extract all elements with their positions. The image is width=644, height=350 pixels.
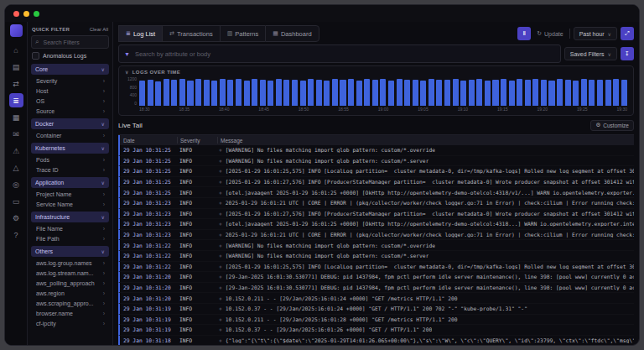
expand-icon[interactable]: + xyxy=(219,285,222,290)
view-tab[interactable]: ▥ Patterns xyxy=(220,25,266,42)
dashboards-icon[interactable]: ▦ xyxy=(9,110,23,124)
log-row[interactable]: 29 Jan 10:31:23 INFO + [otel.javaagent 2… xyxy=(118,219,634,230)
expand-icon[interactable]: + xyxy=(219,274,222,279)
filter-item[interactable]: aws.log.group.names › xyxy=(31,258,109,268)
alerts-icon[interactable]: ⚠ xyxy=(9,144,23,158)
filter-section-header[interactable]: Docker ∨ xyxy=(31,118,109,129)
filter-item[interactable]: aws.log.stream.nam... › xyxy=(31,268,109,278)
expand-icon[interactable]: + xyxy=(219,337,222,343)
exceptions-icon[interactable]: △ xyxy=(9,160,23,175)
log-row[interactable]: 29 Jan 10:31:25 INFO + [2025-01-29 16:01… xyxy=(118,177,634,188)
billing-icon[interactable]: ▭ xyxy=(9,194,23,208)
log-row[interactable]: 29 Jan 10:31:20 INFO + [29-Jan-2025 16:0… xyxy=(118,283,634,294)
filter-section-header[interactable]: Others ∨ xyxy=(31,246,109,257)
expand-icon[interactable]: + xyxy=(219,326,222,332)
log-row[interactable]: 29 Jan 10:31:23 INFO + 2025-01-29 16:01:… xyxy=(118,198,634,209)
filter-item[interactable]: Project Name › xyxy=(31,189,109,199)
log-row[interactable]: 29 Jan 10:31:19 INFO + 10.152.0.37 - - [… xyxy=(118,304,634,315)
logs-over-time-header[interactable]: ∨ LOGS OVER TIME xyxy=(125,69,627,75)
filter-item[interactable]: aws.scraping_appro... › xyxy=(31,298,109,308)
view-tab[interactable]: ▦ Dashboard xyxy=(265,25,319,42)
filter-section-header[interactable]: Infrastructure ∨ xyxy=(31,212,109,222)
log-row[interactable]: 29 Jan 10:31:25 INFO + [otel.javaagent 2… xyxy=(118,187,634,198)
anomalous-logs-checkbox[interactable]: Anomalous Logs xyxy=(32,52,108,60)
expand-icon[interactable]: + xyxy=(219,232,222,238)
log-row[interactable]: 29 Jan 10:31:20 INFO + [29-Jan-2025 16:0… xyxy=(118,272,634,283)
log-row[interactable]: 29 Jan 10:31:25 INFO + [WARNING] No file… xyxy=(118,145,634,156)
log-row[interactable]: 29 Jan 10:31:23 INFO + 2025-01-29 16:01:… xyxy=(118,230,634,241)
services-icon[interactable]: ▤ xyxy=(9,60,23,74)
expand-icon[interactable]: + xyxy=(219,243,222,248)
service-map-icon[interactable]: ◎ xyxy=(9,177,23,191)
clear-all-button[interactable]: Clear All xyxy=(90,27,108,32)
log-row[interactable]: 29 Jan 10:31:18 INFO + {"log":"{\"t\":{\… xyxy=(118,336,634,345)
traces-icon[interactable]: ⇄ xyxy=(9,76,23,91)
filter-item[interactable]: Container › xyxy=(31,130,109,140)
expand-icon[interactable]: + xyxy=(219,306,222,311)
filter-item[interactable]: aws_polling_approach › xyxy=(31,278,109,288)
messaging-icon[interactable]: ✉ xyxy=(9,127,23,141)
home-icon[interactable]: ⌂ xyxy=(9,43,23,57)
log-row[interactable]: 29 Jan 10:31:20 INFO + 10.152.0.211 - - … xyxy=(118,293,634,304)
checkbox-icon[interactable] xyxy=(32,52,39,60)
log-search-box[interactable]: ▼ xyxy=(118,44,561,63)
filter-search-box[interactable]: ⌕ xyxy=(31,35,109,49)
log-row[interactable]: 29 Jan 10:31:25 INFO + [2025-01-29 16:01… xyxy=(118,166,634,177)
log-row[interactable]: 29 Jan 10:31:22 INFO + [WARNING] No file… xyxy=(118,251,634,262)
update-button[interactable]: ↻ Update xyxy=(534,27,565,40)
filter-section-header[interactable]: Kubernetes ∨ xyxy=(31,143,109,154)
log-row[interactable]: 29 Jan 10:31:23 INFO + [2025-01-29 16:01… xyxy=(118,209,634,220)
column-header-message[interactable]: Message xyxy=(217,137,634,144)
settings-icon[interactable]: ⚙ xyxy=(9,211,23,225)
filter-search-input[interactable] xyxy=(41,39,105,46)
filter-item[interactable]: Trace ID › xyxy=(31,165,109,175)
filter-item[interactable]: Host › xyxy=(31,86,109,96)
filter-item[interactable]: cf-ipcity › xyxy=(31,318,109,328)
filter-item[interactable]: Source › xyxy=(31,106,109,116)
log-row[interactable]: 29 Jan 10:31:19 INFO + 10.152.0.37 - - [… xyxy=(118,325,634,336)
zoom-window-button[interactable] xyxy=(34,11,39,17)
filter-item[interactable]: Service Name › xyxy=(31,199,109,209)
pause-live-button[interactable]: Ⅱ xyxy=(517,27,531,40)
expand-icon[interactable]: + xyxy=(219,147,222,153)
column-header-severity[interactable]: Severity xyxy=(177,137,217,144)
log-row[interactable]: 29 Jan 10:31:22 INFO + [2025-01-29 16:01… xyxy=(118,262,634,273)
expand-icon[interactable]: + xyxy=(219,221,222,227)
log-row[interactable]: 29 Jan 10:31:25 INFO + [WARNING] No file… xyxy=(118,156,634,167)
close-window-button[interactable] xyxy=(13,11,19,17)
log-row[interactable]: 29 Jan 10:31:19 INFO + 10.152.0.211 - - … xyxy=(118,315,634,326)
logs-icon[interactable]: ≣ xyxy=(9,93,23,107)
expand-icon[interactable]: + xyxy=(219,190,222,196)
expand-icon[interactable]: + xyxy=(219,295,222,301)
expand-icon[interactable]: + xyxy=(219,253,222,259)
filter-item[interactable]: File Name › xyxy=(31,223,109,233)
help-icon[interactable]: ? xyxy=(9,227,23,242)
log-row[interactable]: 29 Jan 10:31:22 INFO + [WARNING] No file… xyxy=(118,240,634,251)
customize-button[interactable]: ⚙ Customize xyxy=(590,120,634,131)
filter-item[interactable]: browser.name › xyxy=(31,308,109,318)
minimize-window-button[interactable] xyxy=(23,11,29,17)
expand-icon[interactable]: + xyxy=(219,264,222,269)
saved-filters-select[interactable]: Saved Filters ∨ xyxy=(564,47,617,60)
time-range-select[interactable]: Past hour ∨ xyxy=(574,27,617,40)
app-logo[interactable] xyxy=(10,24,23,37)
expand-icon[interactable]: + xyxy=(219,200,222,206)
view-tab[interactable]: ≣ Log List xyxy=(118,25,162,42)
expand-icon[interactable]: + xyxy=(219,316,222,322)
filter-item[interactable]: File Path › xyxy=(31,233,109,243)
filter-item[interactable]: Pods › xyxy=(31,154,109,165)
share-button[interactable]: ⤢ xyxy=(621,27,634,40)
filter-item[interactable]: aws.region › xyxy=(31,288,109,298)
view-tab[interactable]: ⇄ Transactions xyxy=(162,25,220,42)
save-filter-button[interactable]: ↧ xyxy=(621,47,634,60)
expand-icon[interactable]: + xyxy=(219,168,222,174)
expand-icon[interactable]: + xyxy=(219,179,222,185)
column-header-date[interactable]: Date xyxy=(120,138,177,144)
filter-section-header[interactable]: Core ∨ xyxy=(31,64,109,75)
expand-icon[interactable]: + xyxy=(219,158,222,164)
log-search-input[interactable] xyxy=(133,50,555,59)
filter-item[interactable]: Severity › xyxy=(31,76,109,86)
filter-section-header[interactable]: Application ∨ xyxy=(31,177,109,188)
filter-item[interactable]: OS › xyxy=(31,96,109,106)
expand-icon[interactable]: + xyxy=(219,211,222,217)
